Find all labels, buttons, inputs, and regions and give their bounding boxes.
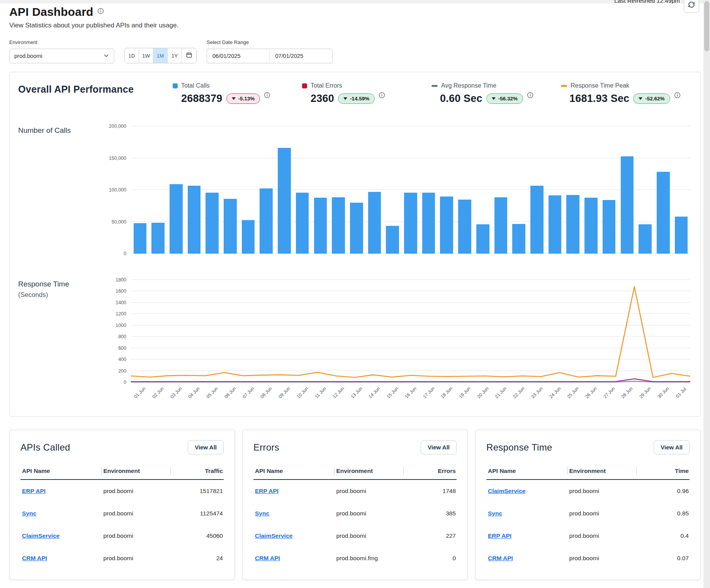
refresh-button[interactable] bbox=[684, 0, 699, 13]
bar-slot bbox=[384, 126, 402, 254]
page-header: API Dashboard View Statistics about your… bbox=[0, 0, 710, 29]
column-header: Time bbox=[637, 464, 690, 480]
stat-avg-response-time: Avg Response Time0.60 Sec-56.32% bbox=[431, 82, 561, 105]
x-tick-label: 18 Jun bbox=[438, 384, 456, 408]
bar-06-jun[interactable] bbox=[224, 199, 237, 254]
bar-10-jun[interactable] bbox=[296, 193, 309, 254]
bar-28-jun[interactable] bbox=[621, 156, 634, 254]
range-button-1w[interactable]: 1W bbox=[139, 48, 153, 63]
view-all-button[interactable]: View All bbox=[654, 440, 690, 454]
view-all-button[interactable]: View All bbox=[188, 440, 224, 454]
date-start-input[interactable]: 06/01/2025 bbox=[207, 49, 270, 63]
bar-09-jun[interactable] bbox=[278, 148, 291, 254]
bar-03-jun[interactable] bbox=[170, 184, 183, 254]
bar-08-jun[interactable] bbox=[260, 188, 273, 254]
api-link[interactable]: ClaimService bbox=[488, 488, 525, 494]
bar-11-jun[interactable] bbox=[314, 198, 327, 254]
card-apis-called: APIs CalledView AllAPI NameEnvironmentTr… bbox=[9, 430, 235, 580]
api-link[interactable]: ERP API bbox=[488, 532, 511, 539]
stat-total-errors: Total Errors2360-14.59% bbox=[302, 82, 431, 105]
y-tick-label: 1800 bbox=[116, 277, 126, 283]
api-link[interactable]: CRM API bbox=[22, 555, 47, 561]
api-link[interactable]: Sync bbox=[488, 510, 502, 517]
scrollbar-thumb[interactable] bbox=[704, 1, 709, 51]
column-header: API Name bbox=[486, 464, 567, 480]
date-end-input[interactable]: 07/01/2025 bbox=[270, 49, 333, 63]
x-tick-label: 09 Jun bbox=[275, 384, 294, 408]
triangle-down-icon bbox=[232, 97, 236, 100]
bar-15-jun[interactable] bbox=[386, 226, 399, 254]
api-link[interactable]: ClaimService bbox=[255, 532, 292, 539]
filter-controls: Environment prod.boomi 1D 1W 1M 1Y Selec… bbox=[9, 39, 710, 63]
bar-27-jun[interactable] bbox=[603, 200, 616, 254]
api-link[interactable]: ClaimService bbox=[22, 532, 59, 539]
bar-22-jun[interactable] bbox=[512, 224, 525, 254]
bar-16-jun[interactable] bbox=[404, 193, 417, 254]
environment-cell: prod.boomi bbox=[567, 502, 637, 525]
bar-slot bbox=[257, 126, 275, 254]
bar-02-jun[interactable] bbox=[151, 223, 165, 254]
stat-info-icon[interactable] bbox=[527, 92, 533, 100]
value-cell: 385 bbox=[404, 502, 457, 525]
stat-info-icon[interactable] bbox=[674, 92, 681, 100]
calendar-button[interactable] bbox=[182, 48, 196, 63]
bar-13-jun[interactable] bbox=[350, 203, 363, 254]
bar-12-jun[interactable] bbox=[332, 197, 345, 254]
api-link[interactable]: ERP API bbox=[255, 488, 279, 494]
bar-26-jun[interactable] bbox=[584, 198, 598, 254]
range-button-1m[interactable]: 1M bbox=[153, 48, 168, 63]
api-link[interactable]: ERP API bbox=[22, 488, 46, 494]
triangle-down-icon bbox=[343, 97, 347, 100]
bar-23-jun[interactable] bbox=[530, 186, 544, 254]
bar-01-jun[interactable] bbox=[134, 223, 147, 254]
bar-24-jun[interactable] bbox=[549, 195, 562, 254]
y-tick-label: 400 bbox=[118, 357, 126, 362]
bar-29-jun[interactable] bbox=[639, 224, 652, 254]
stat-value: 2688379 bbox=[181, 93, 223, 105]
bar-04-jun[interactable] bbox=[188, 186, 201, 254]
bar-slot bbox=[402, 126, 420, 254]
api-link[interactable]: CRM API bbox=[255, 555, 280, 561]
stat-info-icon[interactable] bbox=[379, 92, 385, 100]
bar-18-jun[interactable] bbox=[440, 197, 453, 254]
y-tick-label: 0 bbox=[124, 380, 126, 385]
range-button-1y[interactable]: 1Y bbox=[168, 48, 182, 63]
bars-container bbox=[131, 126, 690, 254]
bar-21-jun[interactable] bbox=[494, 197, 508, 254]
api-link[interactable]: Sync bbox=[22, 510, 36, 517]
bar-slot bbox=[365, 126, 384, 254]
view-all-button[interactable]: View All bbox=[421, 440, 457, 454]
x-tick-label: 27 Jun bbox=[600, 384, 618, 408]
range-button-1d[interactable]: 1D bbox=[125, 48, 139, 63]
x-tick-label: 08 Jun bbox=[257, 384, 275, 408]
stat-info-icon[interactable] bbox=[264, 92, 270, 100]
x-tick-label: 01 Jul bbox=[672, 384, 690, 408]
bar-slot bbox=[582, 126, 600, 254]
environment-cell: prod.boomi bbox=[567, 525, 637, 547]
page-title-info-icon[interactable] bbox=[97, 8, 104, 16]
x-tick-label: 29 Jun bbox=[636, 384, 654, 408]
stat-label: Total Calls bbox=[181, 82, 210, 89]
api-link[interactable]: CRM API bbox=[488, 555, 513, 561]
bar-01-jul[interactable] bbox=[675, 217, 688, 254]
bar-14-jun[interactable] bbox=[368, 192, 381, 254]
bar-slot bbox=[221, 126, 239, 254]
bar-05-jun[interactable] bbox=[206, 193, 219, 254]
response-line-chart: 020040060080010001200140016001800 bbox=[131, 280, 690, 382]
line-series-svg[interactable] bbox=[131, 280, 690, 382]
bar-slot bbox=[167, 126, 185, 254]
top-border-band bbox=[0, 0, 710, 3]
bar-20-jun[interactable] bbox=[476, 224, 489, 254]
scrollbar-track[interactable] bbox=[703, 0, 710, 588]
environment-select[interactable]: prod.boomi bbox=[9, 49, 114, 63]
api-link[interactable]: Sync bbox=[255, 510, 269, 517]
bar-07-jun[interactable] bbox=[242, 220, 255, 254]
bar-17-jun[interactable] bbox=[422, 193, 435, 254]
y-tick-label: 1600 bbox=[116, 288, 126, 294]
bar-30-jun[interactable] bbox=[657, 172, 670, 254]
bar-19-jun[interactable] bbox=[458, 200, 471, 254]
table-row: ClaimServiceprod.boomi45060 bbox=[20, 525, 224, 547]
card-response-time: Response TimeView AllAPI NameEnvironment… bbox=[475, 430, 701, 580]
bar-slot bbox=[636, 126, 654, 254]
bar-25-jun[interactable] bbox=[566, 195, 579, 254]
